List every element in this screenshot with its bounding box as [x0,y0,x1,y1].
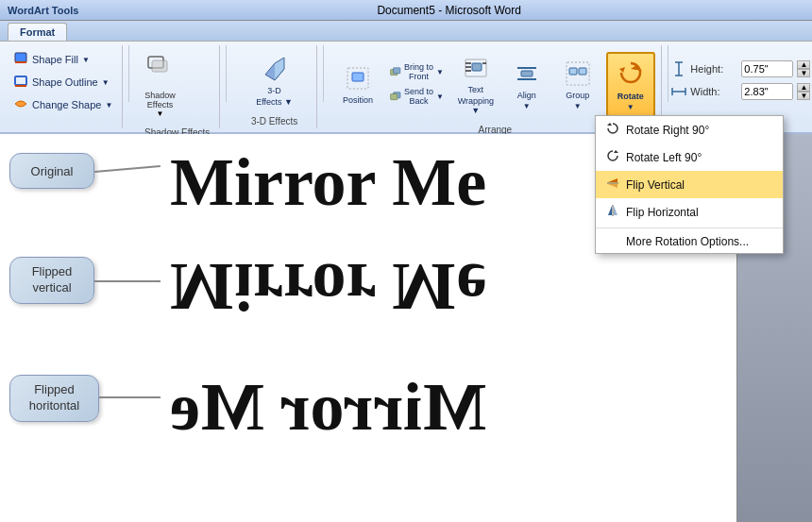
rotate-left-icon [605,148,620,166]
svg-rect-21 [579,68,586,75]
height-icon [671,61,686,76]
rotate-dropdown-menu: Rotate Right 90° Rotate Left 90° Flip Ve… [595,115,784,254]
svg-marker-35 [608,206,612,215]
shape-outline-icon [13,74,28,91]
wordart-styles-label [9,125,116,128]
text-wrapping-button[interactable]: Text Wrapping ▼ [453,49,499,119]
original-arrow [94,165,161,173]
shadow-effects-dropdown-btn[interactable]: Shadow Effects ▼ [141,87,179,122]
position-button[interactable]: Position [335,59,381,109]
3d-effects-label: 3-D Effects [238,114,311,128]
align-button[interactable]: Align ▼ [504,55,550,114]
svg-marker-31 [614,150,618,153]
more-rotation-options-menu-item[interactable]: More Rotation Options... [596,230,783,253]
svg-marker-32 [608,178,617,182]
height-label: Height: [690,63,737,75]
svg-marker-30 [607,123,612,126]
width-icon [671,84,686,99]
title-bar: WordArt Tools Document5 - Microsoft Word [0,0,812,21]
svg-rect-17 [521,71,533,76]
flipped-horizontal-wordart-text: Mirror Me [170,368,486,446]
svg-rect-11 [472,63,482,71]
height-input[interactable] [741,60,793,77]
ribbon-group-wordart-styles: Shape Fill ▼ Shape Outline ▼ Change Shap… [4,45,123,128]
menu-separator [596,227,783,228]
flip-horizontal-icon [605,203,620,221]
flipped-horizontal-label-box: Flippedhoritontal [9,375,99,422]
dropdown-arrow-icon: ▼ [82,56,90,64]
svg-marker-37 [614,206,617,215]
rotate-button[interactable]: Rotate ▼ [606,52,655,117]
width-spinner[interactable]: ▲ ▼ [797,83,810,100]
dropdown-arrow-icon3: ▼ [105,101,112,109]
svg-marker-34 [608,184,617,188]
original-label-box: Original [9,153,94,189]
svg-rect-3 [152,60,167,72]
wordart-tools-label: WordArt Tools [8,5,78,16]
shape-fill-button[interactable]: Shape Fill ▼ [9,49,93,70]
flipped-vertical-arrow [94,280,161,282]
document-title: Document5 - Microsoft Word [93,4,804,17]
width-down-btn[interactable]: ▼ [797,92,810,100]
width-input[interactable] [741,83,793,100]
change-shape-icon [13,96,28,113]
separator-1 [128,45,129,102]
svg-rect-5 [352,73,364,81]
svg-rect-20 [569,68,577,75]
flipped-vertical-wordart-text: Mirror Me [170,247,486,326]
svg-rect-0 [15,53,26,62]
flip-vertical-icon [605,176,620,194]
svg-rect-1 [15,76,26,85]
svg-marker-23 [631,65,642,71]
flip-horizontal-menu-item[interactable]: Flip Horizontal [596,198,783,226]
shape-fill-icon [13,51,28,68]
height-up-btn[interactable]: ▲ [797,60,810,69]
flipped-horizontal-arrow [99,396,161,398]
tab-format[interactable]: Format [8,23,67,41]
svg-rect-9 [391,94,398,100]
shape-outline-button[interactable]: Shape Outline ▼ [9,72,113,93]
separator-4 [668,45,668,102]
3d-effects-button[interactable]: 3-D Effects ▼ [250,50,298,110]
dropdown-arrow-icon2: ▼ [102,78,110,87]
height-down-btn[interactable]: ▼ [797,69,810,77]
svg-rect-7 [394,68,400,74]
rotate-right-icon [605,121,620,139]
separator-2 [226,45,227,102]
send-back-button[interactable]: Send to Back ▼ [386,85,448,108]
flip-vertical-menu-item[interactable]: Flip Vertical [596,171,783,198]
flipped-vertical-label-box: Flippedvertical [9,257,94,304]
change-shape-button[interactable]: Change Shape ▼ [9,94,116,115]
shadow-style-btn-1[interactable] [141,49,175,83]
rotate-right-menu-item[interactable]: Rotate Right 90° [596,116,783,143]
svg-marker-22 [619,67,625,73]
ribbon-group-3d: 3-D Effects ▼ 3-D Effects [232,45,317,128]
original-wordart-text: Mirror Me [170,143,486,222]
width-label: Width: [690,86,737,97]
width-row: Width: ▲ ▼ [671,83,810,100]
rotate-left-menu-item[interactable]: Rotate Left 90° [596,143,783,171]
height-spinner[interactable]: ▲ ▼ [797,60,810,77]
group-button[interactable]: Group ▼ [555,55,601,114]
separator-3 [323,45,324,102]
width-up-btn[interactable]: ▲ [797,83,810,92]
ribbon-group-shadow: Shadow Effects ▼ Shadow Effects [135,45,220,128]
bring-front-button[interactable]: Bring to Front ▼ [386,60,448,83]
ribbon-tabs: Format [0,21,812,42]
height-row: Height: ▲ ▼ [671,60,810,77]
